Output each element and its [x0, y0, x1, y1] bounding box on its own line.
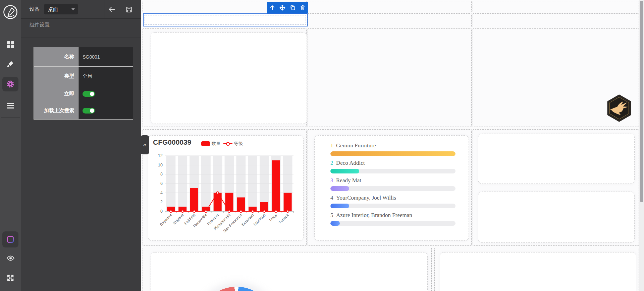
x-tick-label: Eugene	[172, 213, 184, 225]
y-tick-label: 8	[160, 172, 163, 176]
y-tick-label: 6	[160, 181, 163, 186]
toolbar-divider	[105, 0, 105, 18]
legend-label: 等级	[234, 141, 243, 147]
rank-number: 3	[330, 177, 334, 184]
sidebar-item-settings[interactable]	[2, 77, 18, 91]
ranking-label: 3Ready Mat	[330, 177, 455, 185]
chart-legend: 数量等级	[201, 141, 243, 147]
move-icon	[279, 4, 286, 11]
move-button[interactable]	[278, 3, 287, 12]
trend-chart-widget[interactable]: 024681012BayonneEugeneFairfieldFlorenvil…	[148, 135, 304, 241]
grid-cell[interactable]	[473, 129, 639, 246]
component-settings-panel: 组件设置 名称SG0001类型全局立即加载上次搜索	[21, 18, 141, 291]
bar	[237, 198, 245, 212]
rank-number: 5	[330, 212, 334, 219]
empty-widget-card[interactable]	[440, 252, 636, 291]
save-floppy-icon	[125, 6, 133, 13]
fullscreen-button[interactable]	[2, 271, 18, 285]
rank-bar-track	[330, 151, 455, 156]
grid-cell[interactable]	[308, 13, 472, 27]
empty-widget-card[interactable]	[151, 32, 307, 124]
grid-cell[interactable]	[143, 28, 307, 127]
legend-item[interactable]: 数量	[201, 141, 220, 147]
device-select[interactable]: 桌面	[44, 4, 78, 14]
grid-cell[interactable]	[308, 28, 472, 127]
x-tick-label: Stockton	[253, 213, 266, 226]
line-marker	[228, 210, 230, 213]
rank-bar-track	[330, 221, 455, 226]
field-value-input[interactable]: 全局	[78, 67, 133, 86]
vertical-scrollbar-track[interactable]	[639, 0, 644, 291]
delete-button[interactable]	[299, 3, 307, 12]
line-marker	[263, 210, 266, 213]
x-tick-label: Bayonne	[159, 213, 173, 227]
rank-bar-fill	[330, 186, 349, 191]
rank-bar-track	[330, 169, 455, 173]
rank-name: Azure Interior, Brandon Freeman	[336, 212, 412, 218]
grid-cell[interactable]	[143, 248, 432, 291]
duplicate-button[interactable]	[288, 3, 297, 12]
field-value-cell	[78, 102, 133, 120]
settings-row: 名称SG0001	[34, 47, 133, 67]
ranking-widget[interactable]: 1Gemini Furniture2Deco Addict3Ready Mat4…	[314, 135, 469, 241]
toggle-switch-on[interactable]	[83, 108, 95, 114]
back-button[interactable]	[105, 3, 118, 16]
grid-cell[interactable]	[308, 1, 472, 12]
legend-item[interactable]: 等级	[223, 141, 243, 147]
field-value-input[interactable]: SG0001	[78, 47, 133, 67]
settings-row: 立即	[34, 86, 133, 102]
preview-button[interactable]	[2, 251, 18, 266]
grid-icon	[7, 41, 14, 48]
bar-line-chart: 024681012BayonneEugeneFairfieldFlorenvil…	[148, 136, 303, 240]
sidebar-item-style[interactable]	[2, 57, 18, 71]
hummingbird-hexagon-icon	[606, 94, 633, 122]
toggle-knob	[90, 108, 94, 113]
legend-bar-marker	[201, 141, 210, 146]
ranking-list: 1Gemini Furniture2Deco Addict3Ready Mat4…	[330, 142, 455, 229]
bird-badge-button[interactable]	[606, 94, 633, 122]
grid-cell[interactable]	[434, 248, 639, 291]
field-label: 名称	[34, 47, 78, 67]
legend-label: 数量	[212, 141, 220, 147]
line-marker	[170, 210, 172, 213]
grid-cell[interactable]	[473, 13, 639, 27]
expand-arrows-icon	[7, 274, 14, 282]
sidebar-item-shape[interactable]	[2, 231, 18, 247]
rank-bar-fill	[330, 221, 340, 226]
gear-icon	[6, 80, 15, 88]
sidebar-item-widgets[interactable]	[2, 37, 18, 52]
chevron-down-icon	[71, 8, 75, 10]
line-marker	[193, 210, 196, 213]
rank-number: 2	[330, 160, 334, 166]
chevron-left-double-icon: «	[143, 142, 146, 148]
rank-bar-fill	[330, 169, 359, 173]
vertical-scrollbar-thumb[interactable]	[640, 1, 643, 202]
empty-widget-card[interactable]	[478, 134, 635, 184]
sidebar-divider	[1, 118, 20, 118]
settings-table: 名称SG0001类型全局立即加载上次搜索	[34, 47, 133, 120]
y-tick-label: 12	[158, 153, 163, 158]
toggle-switch-on[interactable]	[83, 91, 95, 97]
line-marker	[275, 210, 277, 213]
move-up-button[interactable]	[268, 3, 277, 12]
field-value-cell	[78, 86, 133, 102]
y-tick-label: 4	[160, 191, 163, 195]
grid-cell[interactable]	[473, 1, 639, 12]
app-logo-button[interactable]	[2, 5, 18, 19]
pie-widget-card[interactable]	[151, 252, 428, 291]
save-button[interactable]	[122, 3, 135, 16]
back-arrow-icon	[108, 5, 116, 13]
panel-collapse-handle[interactable]: «	[140, 135, 149, 154]
square-outline-icon	[6, 235, 14, 243]
selected-widget[interactable]	[143, 13, 308, 26]
panel-divider	[21, 38, 141, 38]
rank-bar-track	[330, 186, 455, 191]
ranking-label: 4YourCompany, Joel Willis	[330, 195, 455, 202]
ranking-item: 5Azure Interior, Brandon Freeman	[330, 212, 455, 226]
ranking-item: 2Deco Addict	[330, 160, 455, 173]
line-marker	[181, 210, 184, 213]
line-marker	[216, 192, 219, 194]
sidebar-item-menu[interactable]	[2, 98, 18, 113]
empty-widget-card[interactable]	[478, 192, 635, 243]
rank-name: YourCompany, Joel Willis	[336, 195, 396, 201]
